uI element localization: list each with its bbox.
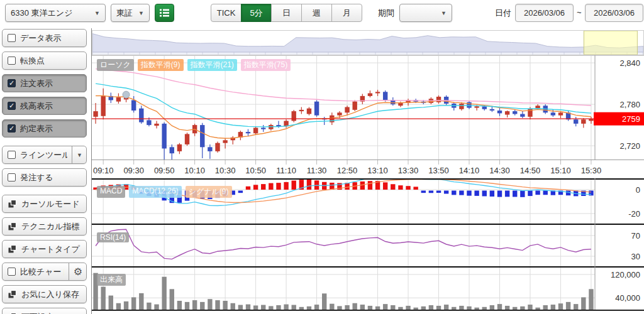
legend-ema9: 指数平滑(9) xyxy=(138,59,184,71)
svg-text:11:30: 11:30 xyxy=(307,166,327,175)
stock-select-value: 6330 東洋エンジ xyxy=(11,8,72,19)
sidebar-item-label: ラインツール xyxy=(20,149,67,161)
date-range-separator: ~ xyxy=(577,8,582,17)
volume-chart[interactable]: 120,00040,000 xyxy=(92,266,644,314)
macd-legend: MACD MACD(12,26) シグナル(9) xyxy=(97,186,232,198)
svg-text:09:10: 09:10 xyxy=(93,166,114,175)
chart-area: ローソク 指数平滑(9) 指数平滑(21) 指数平滑(75) 2,8402,78… xyxy=(91,28,644,314)
svg-text:2,840: 2,840 xyxy=(619,58,640,68)
rsi-legend: RSI(14) xyxy=(97,232,129,242)
interval-button-TICK[interactable]: TICK xyxy=(211,4,242,22)
stock-chart-app: { "toolbar": { "stock_selector": "6330 東… xyxy=(0,0,644,314)
checkbox-icon xyxy=(8,151,16,159)
chevron-down-icon: ▼ xyxy=(437,10,447,16)
price-chart-legend: ローソク 指数平滑(9) 指数平滑(21) 指数平滑(75) xyxy=(97,59,291,71)
svg-text:0: 0 xyxy=(636,185,640,195)
svg-text:14:10: 14:10 xyxy=(459,166,480,175)
sidebar-item-label: チャートタイプ xyxy=(21,244,82,255)
svg-text:14:30: 14:30 xyxy=(489,166,510,175)
time-axis-labels: 09:1009:3009:5010:1010:3010:5011:1011:30… xyxy=(92,160,644,178)
svg-text:09:30: 09:30 xyxy=(123,166,144,175)
legend-candle: ローソク xyxy=(97,59,134,71)
sidebar-item-line-tool[interactable]: ラインツール▼ xyxy=(2,146,87,164)
sidebar-item-label: お気に入り保存 xyxy=(21,289,82,300)
svg-text:2,780: 2,780 xyxy=(619,100,640,109)
svg-text:12:50: 12:50 xyxy=(337,166,358,175)
legend-macd-line: MACD(12,26) xyxy=(129,186,181,198)
svg-text:40,000: 40,000 xyxy=(615,293,640,303)
rsi-panel: RSI(14) 7030 xyxy=(92,224,644,266)
exchange-select[interactable]: 東証 ▼ xyxy=(111,4,150,22)
legend-signal-line: シグナル(9) xyxy=(186,186,232,198)
sidebar-item-cursor-mode[interactable]: カーソルモード xyxy=(2,195,87,213)
svg-text:10:30: 10:30 xyxy=(215,166,236,175)
sidebar-item-compare-chart[interactable]: 比較チャート⚙ xyxy=(2,263,87,281)
sidebar-item-balance-display[interactable]: ✓残高表示 xyxy=(2,97,87,115)
svg-text:2759: 2759 xyxy=(622,114,640,124)
panels-icon xyxy=(8,199,17,208)
sidebar-item-label: カーソルモード xyxy=(21,198,82,210)
svg-text:13:10: 13:10 xyxy=(367,166,388,175)
sidebar-item-place-order[interactable]: 発注する xyxy=(2,168,87,187)
svg-text:10:50: 10:50 xyxy=(245,166,266,175)
svg-text:09:50: 09:50 xyxy=(154,166,175,175)
watchlist-button[interactable] xyxy=(155,4,174,22)
legend-ema75: 指数平滑(75) xyxy=(241,59,291,71)
macd-chart[interactable]: 0-20 xyxy=(92,178,644,224)
interval-button-5分[interactable]: 5分 xyxy=(241,4,272,22)
sidebar-item-label: 比較チャート xyxy=(20,266,64,278)
svg-text:15:30: 15:30 xyxy=(581,166,602,175)
candlestick-chart[interactable]: 2,8402,7802,7202759 xyxy=(92,55,644,160)
date-from-input[interactable] xyxy=(515,4,574,22)
sidebar: データ表示転換点✓注文表示✓残高表示✓約定表示ラインツール▼発注するカーソルモー… xyxy=(0,28,91,314)
rsi-chart[interactable]: 7030 xyxy=(92,224,644,266)
svg-text:13:30: 13:30 xyxy=(398,166,419,175)
navigator-panel[interactable] xyxy=(92,30,644,55)
chevron-down-icon: ▼ xyxy=(91,10,100,16)
exchange-select-value: 東証 xyxy=(116,8,133,19)
interval-button-日[interactable]: 日 xyxy=(271,4,302,22)
svg-text:30: 30 xyxy=(631,252,640,261)
chevron-down-icon: ▼ xyxy=(135,10,144,16)
period-select[interactable]: ▼ xyxy=(399,4,452,22)
panels-icon xyxy=(8,290,17,299)
navigator-selection[interactable] xyxy=(584,31,637,55)
navigator-chart[interactable] xyxy=(92,31,643,55)
legend-volume: 出来高 xyxy=(97,274,126,286)
sidebar-item-label: 発注する xyxy=(20,172,82,183)
sidebar-item-label: 注文表示 xyxy=(20,78,82,89)
date-to-input[interactable] xyxy=(585,4,643,22)
sidebar-item-label: 転換点 xyxy=(20,55,82,67)
sidebar-item-data-display[interactable]: データ表示 xyxy=(2,29,87,47)
legend-rsi: RSI(14) xyxy=(97,232,129,242)
checkbox-icon: ✓ xyxy=(8,102,16,110)
volume-legend: 出来高 xyxy=(97,274,126,286)
sidebar-item-turning-point[interactable]: 転換点 xyxy=(2,51,87,70)
checkbox-icon: ✓ xyxy=(8,79,16,87)
time-axis: 09:1009:3009:5010:1010:3010:5011:1011:30… xyxy=(92,160,644,178)
sidebar-item-technical-indicators[interactable]: テクニカル指標 xyxy=(2,217,87,236)
sidebar-item-chart-type[interactable]: チャートタイプ xyxy=(2,240,87,258)
checkbox-icon xyxy=(8,173,16,181)
svg-text:70: 70 xyxy=(631,231,640,241)
interval-button-月[interactable]: 月 xyxy=(331,4,362,22)
interval-button-週[interactable]: 週 xyxy=(301,4,332,22)
sidebar-item-save-favorite[interactable]: お気に入り保存 xyxy=(2,285,87,303)
sidebar-item-label: 残高表示 xyxy=(20,100,82,112)
sidebar-item-screen-settings[interactable]: 画面設定 xyxy=(2,308,87,314)
chevron-down-icon[interactable]: ▼ xyxy=(72,146,82,163)
list-icon xyxy=(159,8,170,18)
date-label: 日付 xyxy=(495,8,511,19)
sidebar-item-label: 約定表示 xyxy=(20,123,82,134)
period-label: 期間 xyxy=(378,8,394,19)
macd-panel: MACD MACD(12,26) シグナル(9) 0-20 xyxy=(92,178,644,224)
svg-text:14:50: 14:50 xyxy=(520,166,541,175)
price-chart-panel: ローソク 指数平滑(9) 指数平滑(21) 指数平滑(75) 2,8402,78… xyxy=(92,55,644,160)
checkbox-icon xyxy=(8,57,16,65)
sidebar-item-label: 画面設定 xyxy=(21,311,82,314)
gear-icon[interactable]: ⚙ xyxy=(69,263,82,280)
svg-text:11:10: 11:10 xyxy=(276,166,296,175)
stock-select[interactable]: 6330 東洋エンジ ▼ xyxy=(5,4,106,22)
sidebar-item-order-display[interactable]: ✓注文表示 xyxy=(2,74,87,92)
sidebar-item-execution-display[interactable]: ✓約定表示 xyxy=(2,119,87,138)
